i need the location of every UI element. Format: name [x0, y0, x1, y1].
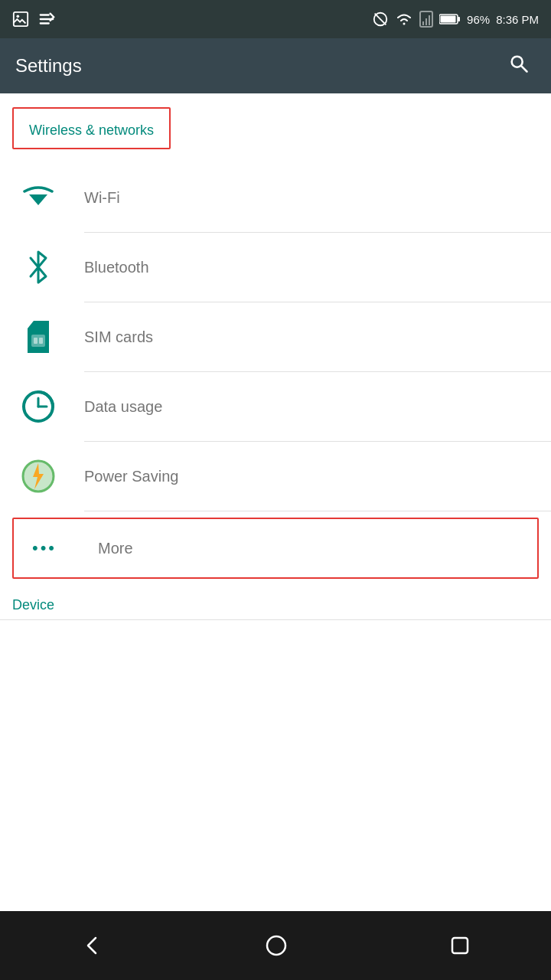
more-item[interactable]: ••• More — [12, 518, 539, 579]
power-saving-icon-container — [15, 459, 61, 494]
data-usage-icon-container — [15, 389, 61, 424]
sim-cards-item[interactable]: SIM cards — [0, 302, 551, 371]
sim-cards-label: SIM cards — [84, 328, 153, 346]
svg-rect-0 — [14, 12, 28, 26]
app-bar: Settings — [0, 38, 551, 93]
quick-settings-icon — [38, 11, 55, 28]
status-bar-right: 96% 8:36 PM — [372, 11, 539, 28]
back-button[interactable] — [57, 926, 126, 965]
svg-rect-7 — [429, 15, 430, 25]
data-usage-icon — [21, 389, 56, 424]
svg-rect-15 — [34, 338, 37, 344]
wifi-label: Wi-Fi — [84, 189, 120, 207]
power-saving-icon — [21, 459, 56, 494]
more-dots-icon: ••• — [32, 538, 57, 558]
power-saving-label: Power Saving — [84, 468, 178, 485]
sim-icon — [24, 319, 52, 354]
svg-rect-10 — [441, 16, 456, 23]
svg-point-23 — [267, 936, 285, 955]
time: 8:36 PM — [496, 13, 539, 26]
svg-rect-5 — [422, 21, 424, 25]
device-section-header: Device — [0, 585, 551, 620]
status-bar-left — [12, 11, 55, 28]
sim-icon-container — [15, 319, 61, 354]
bluetooth-label: Bluetooth — [84, 259, 149, 276]
gallery-icon — [12, 11, 29, 28]
more-icon-container: ••• — [29, 538, 75, 558]
svg-rect-16 — [39, 338, 43, 344]
svg-rect-6 — [425, 18, 427, 25]
svg-line-12 — [521, 65, 527, 71]
device-label: Device — [12, 597, 54, 612]
wifi-signal-icon — [395, 11, 413, 27]
wifi-icon-container — [15, 184, 61, 211]
more-label: More — [98, 540, 133, 557]
svg-rect-9 — [458, 17, 460, 21]
divider-5 — [84, 511, 551, 511]
page-title: Settings — [15, 55, 82, 77]
home-button[interactable] — [242, 926, 311, 965]
svg-point-1 — [17, 15, 20, 18]
status-bar: 96% 8:36 PM — [0, 0, 551, 38]
wifi-icon — [21, 184, 55, 211]
nav-bar — [0, 911, 551, 980]
no-signal-icon — [372, 11, 389, 28]
svg-line-3 — [375, 14, 386, 25]
settings-content: Wireless & networks Wi-Fi Bluetooth — [0, 93, 551, 911]
battery-percent: 96% — [467, 13, 490, 26]
svg-rect-14 — [31, 335, 45, 347]
wireless-networks-section-header: Wireless & networks — [12, 107, 171, 149]
wifi-item[interactable]: Wi-Fi — [0, 163, 551, 232]
svg-marker-13 — [29, 194, 47, 205]
data-usage-item[interactable]: Data usage — [0, 372, 551, 441]
power-saving-item[interactable]: Power Saving — [0, 442, 551, 511]
svg-rect-24 — [452, 938, 468, 953]
recents-button[interactable] — [426, 927, 494, 964]
search-button[interactable] — [502, 47, 536, 86]
wireless-networks-label: Wireless & networks — [29, 122, 154, 138]
bluetooth-item[interactable]: Bluetooth — [0, 233, 551, 302]
settings-list: Wi-Fi Bluetooth SIM cards — [0, 163, 551, 579]
bluetooth-icon — [24, 249, 52, 286]
battery-icon — [439, 13, 461, 25]
signal-icon — [419, 11, 433, 28]
bluetooth-icon-container — [15, 249, 61, 286]
data-usage-label: Data usage — [84, 398, 162, 416]
